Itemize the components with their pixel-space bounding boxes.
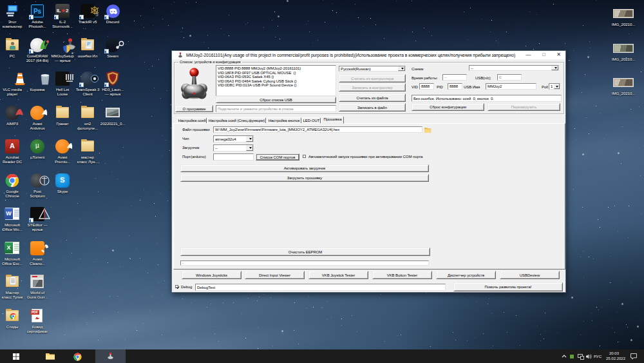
svg-text:5: 5 xyxy=(96,12,99,17)
